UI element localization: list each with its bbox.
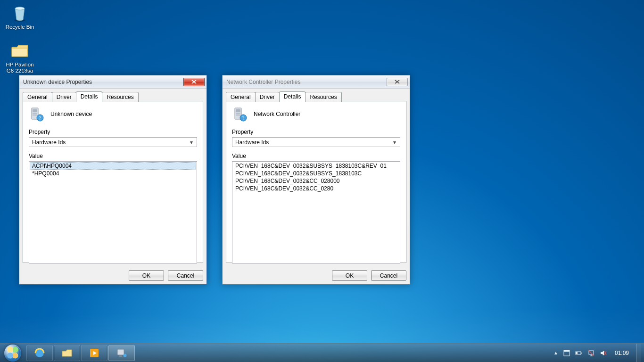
tab-panel-details: ? Network Controller Property Hardware I… (226, 101, 406, 263)
titlebar[interactable]: Network Controller Properties (223, 75, 410, 89)
ie-icon (33, 347, 46, 359)
close-icon (191, 79, 197, 85)
taskbar-pinned (25, 344, 136, 362)
svg-rect-17 (119, 355, 122, 357)
recycle-bin-icon (10, 3, 30, 23)
tab-details[interactable]: Details (279, 91, 306, 101)
list-item[interactable]: *HPQ0004 (30, 170, 196, 177)
cancel-button[interactable]: Cancel (168, 270, 203, 281)
cancel-button[interactable]: Cancel (371, 270, 406, 281)
property-combo-value: Hardware Ids (32, 139, 66, 146)
tray-overflow-icon[interactable]: ▲ (553, 350, 558, 355)
value-label: Value (29, 153, 197, 159)
value-listbox[interactable]: ACPI\HPQ0004*HPQ0004 (29, 161, 197, 263)
property-combo-value: Hardware Ids (235, 139, 269, 146)
chevron-down-icon: ▾ (391, 139, 398, 146)
device-name: Network Controller (254, 111, 300, 117)
folder-icon (61, 347, 73, 359)
desktop-icon-folder[interactable]: HP Pavilion G6 2213sa (2, 41, 38, 74)
list-item[interactable]: PCI\VEN_168C&DEV_0032&CC_0280 (233, 185, 399, 192)
tab-driver[interactable]: Driver (255, 92, 280, 102)
media-player-icon (88, 347, 100, 359)
window-title: Network Controller Properties (226, 79, 387, 85)
svg-rect-23 (576, 352, 578, 354)
svg-rect-11 (236, 115, 240, 115)
taskbar-item-mediaplayer[interactable] (81, 345, 107, 361)
network-icon[interactable] (587, 349, 595, 357)
property-label: Property (232, 129, 400, 135)
volume-icon[interactable] (600, 349, 607, 357)
tab-resources[interactable]: Resources (305, 92, 341, 102)
window-title: Unknown device Properties (23, 79, 183, 85)
action-center-icon[interactable] (563, 349, 570, 357)
svg-text:?: ? (39, 115, 41, 121)
tabstrip: GeneralDriverDetailsResources (23, 91, 203, 101)
svg-rect-9 (236, 109, 240, 112)
close-button[interactable] (183, 78, 205, 86)
list-item[interactable]: PCI\VEN_168C&DEV_0032&SUBSYS_1838103C&RE… (233, 162, 399, 170)
ok-button[interactable]: OK (332, 270, 367, 281)
folder-icon (10, 41, 30, 60)
value-listbox[interactable]: PCI\VEN_168C&DEV_0032&SUBSYS_1838103C&RE… (232, 161, 400, 263)
start-button[interactable] (0, 344, 25, 362)
tab-resources[interactable]: Resources (102, 92, 138, 102)
titlebar[interactable]: Unknown device Properties (19, 75, 206, 89)
property-label: Property (29, 129, 197, 135)
svg-rect-4 (33, 113, 37, 114)
taskbar-clock[interactable]: 01:09 (612, 350, 632, 356)
svg-rect-3 (33, 109, 37, 112)
taskbar-item-ie[interactable] (26, 345, 53, 361)
svg-point-18 (124, 354, 127, 357)
show-desktop-button[interactable] (636, 344, 641, 362)
tab-panel-details: ? Unknown device Property Hardware Ids ▾… (23, 101, 203, 263)
svg-point-1 (15, 7, 25, 10)
taskbar-item-devicemanager[interactable] (108, 345, 135, 361)
list-item[interactable]: PCI\VEN_168C&DEV_0032&CC_028000 (233, 177, 399, 185)
svg-text:?: ? (242, 115, 245, 121)
tab-general[interactable]: General (23, 92, 52, 102)
svg-rect-5 (33, 115, 37, 115)
device-manager-icon (116, 347, 128, 359)
svg-rect-22 (581, 353, 582, 354)
svg-rect-16 (117, 349, 124, 355)
windows-logo-icon (4, 345, 21, 362)
battery-icon[interactable] (575, 349, 583, 357)
property-combo[interactable]: Hardware Ids ▾ (29, 137, 197, 147)
tab-details[interactable]: Details (76, 91, 103, 101)
svg-rect-10 (236, 113, 240, 114)
property-combo[interactable]: Hardware Ids ▾ (232, 137, 400, 147)
desktop-icon-label: Recycle Bin (2, 24, 38, 30)
tab-general[interactable]: General (226, 92, 256, 102)
close-button[interactable] (387, 78, 408, 86)
list-item[interactable]: ACPI\HPQ0004 (30, 162, 196, 170)
taskbar: ▲ 01:09 (0, 343, 644, 362)
taskbar-item-explorer[interactable] (54, 345, 80, 361)
device-icon: ? (232, 106, 248, 122)
list-item[interactable]: PCI\VEN_168C&DEV_0032&SUBSYS_1838103C (233, 170, 399, 177)
desktop-icon-recycle-bin[interactable]: Recycle Bin (2, 3, 38, 30)
chevron-down-icon: ▾ (188, 139, 195, 146)
value-label: Value (232, 153, 400, 159)
device-name: Unknown device (50, 111, 92, 117)
system-tray: ▲ 01:09 (549, 344, 644, 362)
desktop-icon-label: HP Pavilion G6 2213sa (2, 62, 38, 74)
device-icon: ? (29, 106, 45, 122)
tabstrip: GeneralDriverDetailsResources (226, 91, 406, 101)
ok-button[interactable]: OK (129, 270, 164, 281)
svg-rect-20 (564, 350, 570, 352)
tab-driver[interactable]: Driver (52, 92, 76, 102)
close-icon (395, 79, 400, 85)
